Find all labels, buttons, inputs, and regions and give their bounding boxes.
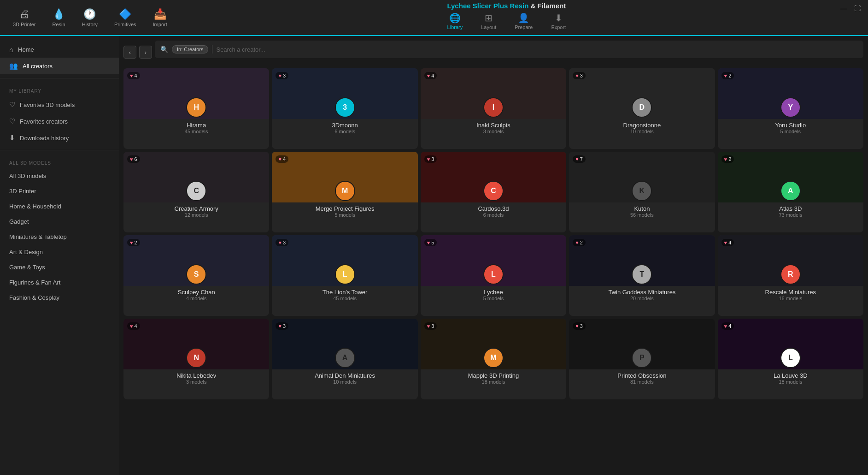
cat-art-design[interactable]: Art & Design: [0, 244, 119, 260]
heart-icon: ♥: [724, 323, 727, 329]
nav-import[interactable]: 📥 Import: [145, 4, 176, 32]
like-badge: ♥ 2: [573, 239, 586, 246]
creator-avatar: L: [780, 348, 801, 368]
creator-card-merge-project[interactable]: ♥ 4 M Merge Project Figures 5 models: [272, 152, 417, 232]
like-badge: ♥ 4: [721, 322, 734, 330]
creator-name: Rescale Miniatures: [721, 289, 860, 296]
export-icon: ⬇: [555, 12, 563, 24]
like-badge: ♥ 3: [276, 72, 288, 79]
cat-fashion-cosplay[interactable]: Fashion & Cosplay: [0, 290, 119, 305]
creator-avatar: 3: [335, 97, 355, 118]
creator-avatar: R: [780, 264, 801, 285]
creator-card-inaki-sculpts[interactable]: ♥ 4 I Inaki Sculpts 3 models: [421, 68, 566, 149]
sidebar-item-all-creators[interactable]: 👥 All creators: [0, 58, 119, 74]
nav-resin[interactable]: 💧 Resin: [44, 4, 74, 32]
minimize-button[interactable]: —: [839, 4, 849, 13]
creator-card-sculpey-chan[interactable]: ♥ 2 S Sculpey Chan 4 models: [123, 235, 269, 316]
like-count: 6: [135, 156, 137, 162]
creator-info: Yoru Studio 5 models: [718, 119, 863, 136]
resin-icon: 💧: [53, 8, 65, 20]
like-count: 3: [283, 240, 286, 245]
creator-card-kuton[interactable]: ♥ 7 K Kuton 56 models: [569, 152, 715, 232]
creator-card-animal-den[interactable]: ♥ 3 A Animal Den Miniatures 10 models: [272, 319, 417, 399]
window-controls: — ⛶: [833, 0, 868, 35]
creator-models: 12 models: [127, 212, 265, 218]
forward-button[interactable]: ›: [139, 46, 152, 59]
back-button[interactable]: ‹: [123, 46, 136, 59]
sidebar-item-favorites-creators[interactable]: ♡ Favorites creators: [0, 113, 119, 130]
cat-3d-printer[interactable]: 3D Printer: [0, 184, 119, 199]
header-center: Lychee Slicer Plus Resin & Filament 🌐 Li…: [180, 0, 833, 35]
home-icon: ⌂: [9, 46, 13, 53]
heart-icon: ♥: [130, 156, 133, 162]
creator-avatar: M: [335, 181, 355, 201]
creator-card-lychee[interactable]: ♥ 5 L Lychee 5 models: [421, 235, 566, 316]
creator-models: 45 models: [276, 296, 414, 301]
all-creators-icon: 👥: [9, 62, 18, 70]
cat-home-household[interactable]: Home & Household: [0, 199, 119, 214]
heart-icon: ♥: [278, 73, 282, 78]
sidebar-item-favorites-3d[interactable]: ♡ Favorites 3D models: [0, 96, 119, 113]
cat-all-3d-models[interactable]: All 3D models: [0, 168, 119, 184]
creator-card-hirama[interactable]: ♥ 4 H Hirama 45 models: [123, 68, 269, 149]
creator-card-la-louve[interactable]: ♥ 4 L La Louve 3D 18 models: [718, 319, 863, 399]
sidebar-item-downloads-history[interactable]: ⬇ Downloads history: [0, 130, 119, 146]
tab-prepare[interactable]: 👤 Prepare: [505, 11, 542, 32]
tab-library[interactable]: 🌐 Library: [438, 11, 472, 32]
creator-avatar: S: [186, 264, 206, 285]
cat-miniatures[interactable]: Miniatures & Tabletop: [0, 229, 119, 244]
creator-card-creature-armory[interactable]: ♥ 6 C Creature Armory 12 models: [123, 152, 269, 232]
creator-card-dragonstonne[interactable]: ♥ 3 D Dragonstonne 10 models: [569, 68, 715, 149]
nav-primitives[interactable]: 🔷 Primitives: [106, 4, 145, 32]
creator-models: 5 models: [276, 212, 414, 218]
search-filter-tag[interactable]: In: Creators: [172, 45, 208, 53]
like-count: 2: [135, 240, 137, 245]
favorites-creators-icon: ♡: [9, 117, 15, 125]
creator-name: Atlas 3D: [721, 205, 860, 212]
creator-card-atlas3d[interactable]: ♥ 2 A Atlas 3D 73 models: [718, 152, 863, 232]
nav-3d-printer[interactable]: 🖨 3D Printer: [5, 4, 44, 32]
creator-card-twin-goddess[interactable]: ♥ 2 T Twin Goddess Miniatures 20 models: [569, 235, 715, 316]
creator-card-3dmoonn[interactable]: ♥ 3 3 3Dmoonn 6 models: [272, 68, 417, 149]
creator-avatar: C: [483, 181, 504, 201]
sidebar-item-home[interactable]: ⌂ Home: [0, 42, 119, 58]
like-badge: ♥ 2: [127, 239, 140, 246]
cat-figurines[interactable]: Figurines & Fan Art: [0, 275, 119, 290]
creator-models: 3 models: [127, 379, 265, 385]
creator-info: La Louve 3D 18 models: [718, 369, 863, 386]
creator-info: The Lion's Tower 45 models: [272, 286, 417, 303]
creator-models: 6 models: [424, 212, 563, 218]
creator-card-mapple3d[interactable]: ♥ 3 M Mapple 3D Printing 18 models: [421, 319, 566, 399]
cat-game-toys[interactable]: Game & Toys: [0, 260, 119, 275]
creator-card-rescale[interactable]: ♥ 4 R Rescale Miniatures 16 models: [718, 235, 863, 316]
creator-models: 56 models: [573, 212, 711, 218]
nav-history[interactable]: 🕐 History: [74, 4, 106, 32]
creator-card-nikita[interactable]: ♥ 4 N Nikita Lebedev 3 models: [123, 319, 269, 399]
search-placeholder[interactable]: Search a creator...: [216, 46, 265, 53]
creator-info: Atlas 3D 73 models: [718, 202, 863, 220]
creator-avatar: A: [335, 348, 355, 368]
like-badge: ♥ 7: [573, 155, 586, 163]
creator-name: Cardoso.3d: [424, 205, 563, 212]
creator-card-lions-tower[interactable]: ♥ 3 L The Lion's Tower 45 models: [272, 235, 417, 316]
creator-card-yoru-studio[interactable]: ♥ 2 Y Yoru Studio 5 models: [718, 68, 863, 149]
like-badge: ♥ 3: [276, 322, 288, 330]
creator-info: Animal Den Miniatures 10 models: [272, 369, 417, 386]
tab-layout[interactable]: ⊞ Layout: [472, 11, 505, 32]
creator-name: Sculpey Chan: [127, 289, 265, 296]
sidebar: ⌂ Home 👥 All creators MY LIBRARY ♡ Favor…: [0, 36, 119, 475]
heart-icon: ♥: [278, 323, 282, 329]
heart-icon: ♥: [130, 240, 133, 245]
like-count: 3: [431, 323, 434, 329]
like-count: 7: [580, 156, 583, 162]
tab-export[interactable]: ⬇ Export: [542, 11, 575, 32]
creator-models: 18 models: [424, 379, 563, 385]
heart-icon: ♥: [724, 73, 727, 78]
cat-gadget[interactable]: Gadget: [0, 214, 119, 229]
creator-card-printed-obsession[interactable]: ♥ 3 P Printed Obsession 81 models: [569, 319, 715, 399]
import-icon: 📥: [154, 8, 166, 20]
creator-card-cardoso3d[interactable]: ♥ 3 C Cardoso.3d 6 models: [421, 152, 566, 232]
creator-info: Inaki Sculpts 3 models: [421, 119, 566, 136]
heart-icon: ♥: [278, 156, 282, 162]
maximize-button[interactable]: ⛶: [852, 4, 862, 13]
